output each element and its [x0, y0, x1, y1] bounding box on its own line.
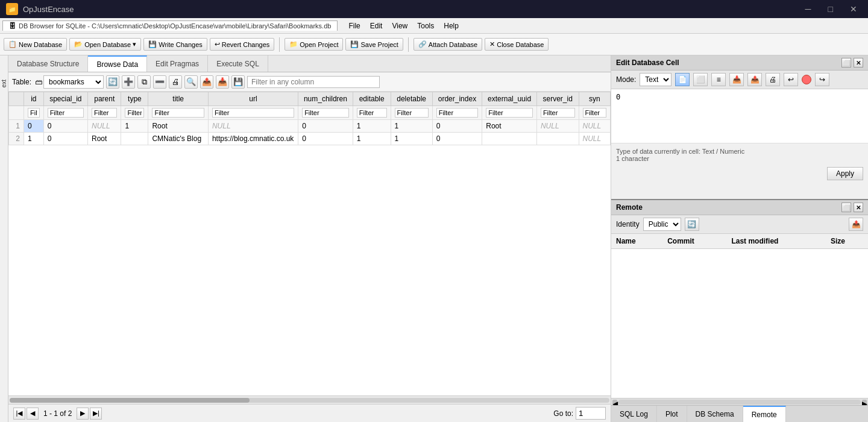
filter-numchildren-input[interactable]	[302, 108, 349, 118]
table-row[interactable]: 2 1 0 Root CMNatic's Blog https://blog.c…	[9, 133, 611, 145]
row-1-syn[interactable]: NULL	[579, 120, 610, 133]
remote-scroll-left[interactable]: ◀	[612, 400, 617, 405]
row-2-parent[interactable]: Root	[87, 133, 121, 145]
col-url[interactable]: url	[208, 92, 298, 106]
bottom-tab-db-schema[interactable]: DB Schema	[687, 406, 743, 422]
col-order-index[interactable]: order_index	[432, 92, 482, 106]
mode-null-btn[interactable]	[802, 75, 811, 84]
row-1-id[interactable]: 0	[24, 120, 44, 133]
col-server-id[interactable]: server_id	[536, 92, 579, 106]
col-syn[interactable]: syn	[579, 92, 610, 106]
mode-dropdown[interactable]: Text	[640, 73, 671, 86]
bottom-tab-sql-log[interactable]: SQL Log	[611, 406, 657, 422]
filter-title-input[interactable]	[152, 108, 204, 118]
filter-id[interactable]	[24, 106, 44, 120]
menu-edit[interactable]: Edit	[365, 20, 388, 31]
nav-next-button[interactable]: ▶	[77, 408, 89, 420]
edit-cell-close-button[interactable]: ✕	[854, 58, 863, 68]
row-1-deletable[interactable]: 1	[391, 120, 432, 133]
row-1-special-id[interactable]: 0	[43, 120, 87, 133]
filter-title[interactable]	[148, 106, 209, 120]
row-2-url[interactable]: https://blog.cmnatic.co.uk	[208, 133, 298, 145]
nav-last-button[interactable]: ▶|	[90, 408, 102, 420]
add-row-btn[interactable]: ➕	[122, 75, 135, 89]
menu-file[interactable]: File	[344, 20, 365, 31]
mode-format-btn[interactable]: 📄	[675, 73, 690, 86]
revert-changes-button[interactable]: ↩ Revert Changes	[210, 38, 275, 51]
filter-externaluuid-input[interactable]	[486, 108, 533, 118]
remote-scroll-right[interactable]: ▶	[862, 400, 867, 405]
mode-undo-btn[interactable]: ↩	[784, 73, 798, 86]
filter-special-id-input[interactable]	[48, 108, 84, 118]
save-btn[interactable]: 💾	[231, 75, 245, 89]
nav-prev-button[interactable]: ◀	[27, 408, 39, 420]
goto-input[interactable]	[576, 407, 606, 420]
delete-row-btn[interactable]: ➖	[153, 75, 166, 89]
row-1-parent[interactable]: NULL	[87, 120, 121, 133]
row-2-title[interactable]: CMNatic's Blog	[148, 133, 209, 145]
data-table-container[interactable]: id special_id parent type title url num_…	[8, 92, 611, 395]
close-database-button[interactable]: ✕ Close Database	[485, 38, 549, 51]
horizontal-scrollbar[interactable]	[8, 395, 611, 404]
mode-paste-btn[interactable]: ≡	[711, 73, 726, 86]
col-external-uuid[interactable]: external_uuid	[482, 92, 537, 106]
table-row[interactable]: 1 0 0 NULL 1 Root NULL 0 1 1 0 Root NULL…	[9, 120, 611, 133]
filter-url-input[interactable]	[212, 108, 294, 118]
filter-order-index[interactable]	[432, 106, 482, 120]
filter-input[interactable]	[247, 76, 380, 88]
edit-cell-restore-button[interactable]: ⬜	[841, 58, 851, 68]
bottom-tab-plot[interactable]: Plot	[657, 406, 687, 422]
tab-database-structure[interactable]: Database Structure	[8, 55, 88, 72]
filter-type[interactable]	[121, 106, 148, 120]
remote-scrollbar[interactable]: ◀ ▶	[611, 398, 868, 405]
filter-num-children[interactable]	[298, 106, 353, 120]
write-changes-button[interactable]: 💾 Write Changes	[143, 38, 207, 51]
remote-restore-button[interactable]: ⬜	[841, 203, 851, 212]
identity-dropdown[interactable]: Public	[643, 218, 681, 231]
remote-upload-button[interactable]: 📤	[849, 218, 863, 231]
tab-browse-data[interactable]: Browse Data	[88, 55, 147, 72]
menu-view[interactable]: View	[387, 20, 412, 31]
filter-deletable[interactable]	[391, 106, 432, 120]
filter-server-id[interactable]	[536, 106, 579, 120]
row-1-order-index[interactable]: 0	[432, 120, 482, 133]
print-btn[interactable]: 🖨	[169, 75, 182, 89]
row-1-external-uuid[interactable]: Root	[482, 120, 537, 133]
remote-table-container[interactable]: Name Commit Last modified Size	[611, 234, 868, 398]
open-project-button[interactable]: 📁 Open Project	[285, 38, 343, 51]
refresh-btn[interactable]: 🔄	[106, 75, 119, 89]
scroll-thumb[interactable]	[10, 398, 250, 403]
import-btn[interactable]: 📥	[216, 75, 229, 89]
col-editable[interactable]: editable	[353, 92, 391, 106]
maximize-button[interactable]: □	[823, 3, 838, 15]
nav-first-button[interactable]: |◀	[13, 408, 25, 420]
mode-import-btn[interactable]: 📥	[729, 73, 744, 86]
row-2-order-index[interactable]: 0	[432, 133, 482, 145]
filter-editable[interactable]	[353, 106, 391, 120]
row-2-syn[interactable]: NULL	[579, 133, 610, 145]
filter-orderindex-input[interactable]	[436, 108, 479, 118]
row-2-id[interactable]: 1	[24, 133, 44, 145]
row-2-external-uuid[interactable]	[482, 133, 537, 145]
col-special-id[interactable]: special_id	[43, 92, 87, 106]
duplicate-row-btn[interactable]: ⧉	[137, 75, 151, 89]
menu-tools[interactable]: Tools	[412, 20, 439, 31]
row-2-num-children[interactable]: 0	[298, 133, 353, 145]
col-title[interactable]: title	[148, 92, 209, 106]
row-1-url[interactable]: NULL	[208, 120, 298, 133]
filter-syn[interactable]	[579, 106, 610, 120]
export-btn[interactable]: 📤	[200, 75, 213, 89]
filter-deletable-input[interactable]	[395, 108, 429, 118]
attach-database-button[interactable]: 🔗 Attach Database	[414, 38, 482, 51]
filter-serverid-input[interactable]	[541, 108, 575, 118]
mode-print-btn[interactable]: 🖨	[766, 73, 780, 86]
remote-refresh-button[interactable]: 🔄	[685, 218, 699, 231]
open-database-button[interactable]: 📂 Open Database ▾	[69, 38, 141, 51]
new-database-button[interactable]: 📋 New Database	[4, 38, 67, 51]
col-num-children[interactable]: num_children	[298, 92, 353, 106]
menu-help[interactable]: Help	[439, 20, 464, 31]
filter-editable-input[interactable]	[357, 108, 387, 118]
col-deletable[interactable]: deletable	[391, 92, 432, 106]
mode-copy-btn[interactable]: ⬜	[693, 73, 708, 86]
filter-url[interactable]	[208, 106, 298, 120]
